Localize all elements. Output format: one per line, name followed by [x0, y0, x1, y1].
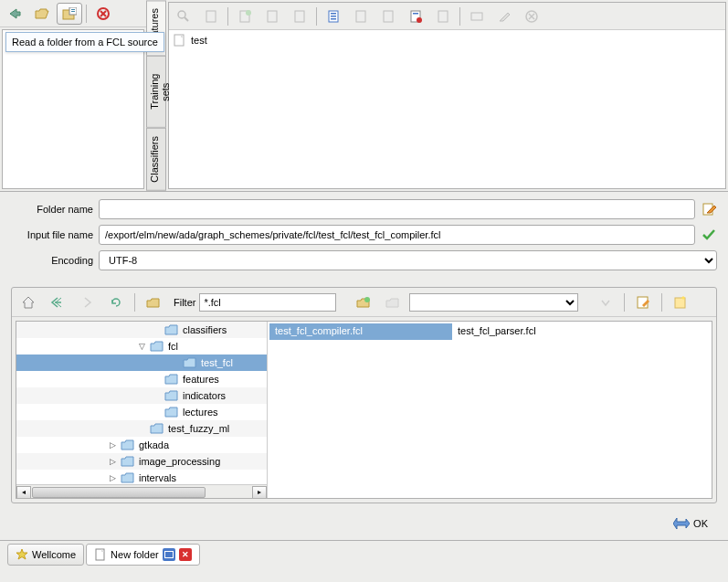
separator	[134, 293, 135, 312]
vtab-classifiers[interactable]: Classifiers	[146, 128, 166, 191]
browser-toolbar: Filter	[12, 288, 716, 317]
folder-up-button[interactable]	[141, 291, 166, 313]
input-file-input[interactable]	[99, 225, 695, 245]
tree-item[interactable]: features	[16, 371, 267, 387]
tool-11[interactable]	[464, 5, 490, 27]
tree-item[interactable]: test_fuzzy_ml	[16, 420, 267, 437]
svg-rect-17	[331, 18, 336, 20]
tool-3[interactable]	[232, 5, 258, 27]
svg-line-8	[185, 17, 188, 21]
tree-item[interactable]: ▷image_processing	[16, 453, 267, 470]
right-toolbar	[169, 3, 725, 30]
star-icon	[16, 548, 28, 561]
note-button[interactable]	[630, 291, 656, 313]
path-combo[interactable]	[409, 293, 578, 312]
svg-rect-24	[471, 13, 482, 20]
scroll-right-button[interactable]: ▸	[252, 486, 267, 499]
svg-rect-21	[413, 13, 418, 15]
separator	[227, 7, 228, 26]
new-folder-button[interactable]	[351, 291, 376, 313]
separator	[316, 7, 317, 26]
ok-icon	[673, 516, 690, 531]
folder-name-label: Folder name	[11, 204, 93, 215]
svg-point-7	[178, 11, 185, 18]
svg-point-22	[417, 17, 422, 23]
minimize-icon[interactable]	[163, 548, 175, 561]
filter-input[interactable]	[199, 293, 336, 312]
document-icon	[173, 34, 187, 47]
tool-close[interactable]	[519, 5, 544, 27]
horizontal-scrollbar[interactable]: ◂ ▸	[16, 484, 267, 498]
tool-7[interactable]	[348, 5, 374, 27]
check-icon[interactable]	[701, 227, 717, 243]
tool-doc-blue[interactable]	[321, 5, 346, 27]
edit-icon[interactable]	[701, 201, 717, 217]
read-fcl-folder-button[interactable]	[57, 3, 82, 25]
file-list-pane[interactable]: test_fcl_compiler.fcltest_fcl_parser.fcl	[268, 322, 712, 498]
folder-tree-pane: classifiers▽fcltest_fclfeaturesindicator…	[16, 322, 268, 498]
tree-item[interactable]: ▽fcl	[16, 338, 267, 354]
ok-button[interactable]: OK	[668, 514, 713, 533]
tree-item[interactable]: ▷intervals	[16, 470, 267, 484]
left-content-pane	[2, 29, 144, 189]
separator	[86, 5, 87, 23]
tree-item[interactable]: test_fcl	[16, 354, 267, 371]
svg-point-11	[246, 10, 251, 16]
tab-wellcome[interactable]: Wellcome	[7, 544, 84, 566]
back-nav-button[interactable]	[45, 291, 70, 313]
file-item[interactable]: test_fcl_compiler.fcl	[269, 323, 452, 340]
open-folder-button[interactable]	[29, 3, 55, 25]
left-toolbar	[0, 0, 146, 27]
svg-rect-3	[71, 11, 75, 12]
folder-button-2[interactable]	[380, 291, 406, 313]
tab-new-folder[interactable]: New folder ✕	[86, 544, 200, 566]
down-button[interactable]	[593, 291, 618, 313]
scroll-left-button[interactable]: ◂	[16, 486, 31, 499]
tool-edit[interactable]	[491, 5, 517, 27]
svg-rect-13	[295, 11, 304, 22]
new-note-button[interactable]	[668, 291, 693, 313]
dialog-buttons: OK	[0, 507, 728, 540]
encoding-select[interactable]: UTF-8	[99, 250, 717, 270]
tool-2[interactable]	[198, 5, 224, 27]
file-item[interactable]: test_fcl_parser.fcl	[452, 323, 635, 340]
bottom-tab-bar: Wellcome New folder ✕	[0, 540, 728, 567]
tool-doc-red[interactable]	[403, 5, 428, 27]
close-tab-button[interactable]: ✕	[179, 548, 192, 561]
tool-10[interactable]	[430, 5, 456, 27]
cancel-button[interactable]	[90, 3, 116, 25]
tab-label: New folder	[111, 549, 159, 560]
encoding-label: Encoding	[11, 255, 93, 266]
forward-nav-button[interactable]	[74, 291, 100, 313]
tree-item[interactable]: classifiers	[16, 322, 267, 338]
separator	[661, 293, 662, 312]
vtab-training-sets[interactable]: Training sets	[146, 56, 166, 128]
tree-item[interactable]: ▷gtkada	[16, 437, 267, 453]
tool-5[interactable]	[287, 5, 312, 27]
tab-label: Wellcome	[32, 549, 76, 560]
tool-1[interactable]	[171, 5, 196, 27]
file-browser: Filter classifiers▽fcltest_fclfeaturesin…	[11, 287, 717, 503]
svg-rect-2	[71, 9, 75, 10]
tool-8[interactable]	[375, 5, 401, 27]
svg-rect-23	[438, 11, 448, 22]
separator	[624, 293, 625, 312]
svg-point-30	[364, 297, 370, 302]
tool-4[interactable]	[259, 5, 285, 27]
scroll-thumb[interactable]	[32, 487, 206, 498]
vertical-tabs: Features Training sets Classifiers	[146, 0, 166, 191]
tree-item[interactable]: lectures	[16, 404, 267, 420]
svg-rect-9	[206, 11, 216, 22]
document-icon	[94, 548, 107, 561]
svg-rect-15	[331, 13, 336, 15]
refresh-button[interactable]	[103, 291, 129, 313]
right-body: test	[169, 30, 725, 188]
folder-tree[interactable]: classifiers▽fcltest_fclfeaturesindicator…	[16, 322, 267, 484]
separator	[459, 7, 460, 26]
folder-name-input[interactable]	[99, 199, 695, 219]
tooltip: Read a folder from a FCL source	[5, 32, 164, 52]
home-button[interactable]	[16, 291, 41, 313]
tree-root-item[interactable]: test	[173, 34, 722, 47]
tree-item[interactable]: indicators	[16, 387, 267, 404]
back-button[interactable]	[2, 3, 27, 25]
